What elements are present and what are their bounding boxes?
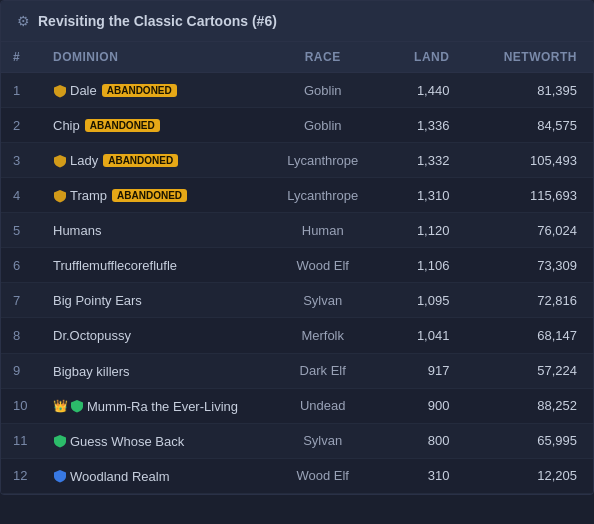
col-race: Race xyxy=(261,42,384,73)
table-row[interactable]: 7Big Pointy EarsSylvan1,09572,816 xyxy=(1,283,593,318)
cell-dominion[interactable]: Big Pointy Ears xyxy=(41,283,261,318)
cell-networth: 84,575 xyxy=(461,108,593,143)
cell-race: Lycanthrope xyxy=(261,143,384,178)
rankings-table: # Dominion Race Land Networth 1DaleAband… xyxy=(1,42,593,494)
cell-dominion[interactable]: LadyAbandoned xyxy=(41,143,261,178)
shield-icon xyxy=(70,398,87,413)
table-row[interactable]: 9Bigbay killersDark Elf91757,224 xyxy=(1,353,593,388)
dominion-name: Chip xyxy=(53,118,80,133)
col-rank: # xyxy=(1,42,41,73)
dominion-name: Dale xyxy=(70,83,97,98)
shield-icon xyxy=(53,433,70,448)
cell-land: 900 xyxy=(384,388,461,423)
cell-land: 1,106 xyxy=(384,248,461,283)
cell-dominion[interactable]: Dr.Octopussy xyxy=(41,318,261,353)
col-dominion: Dominion xyxy=(41,42,261,73)
col-land: Land xyxy=(384,42,461,73)
cell-race: Dark Elf xyxy=(261,353,384,388)
panel-header: ⚙ Revisiting the Classic Cartoons (#6) xyxy=(1,1,593,42)
cell-networth: 88,252 xyxy=(461,388,593,423)
cell-rank: 4 xyxy=(1,178,41,213)
cell-networth: 12,205 xyxy=(461,458,593,493)
col-networth: Networth xyxy=(461,42,593,73)
cell-dominion[interactable]: Humans xyxy=(41,213,261,248)
abandoned-badge: Abandoned xyxy=(112,189,187,202)
abandoned-badge: Abandoned xyxy=(85,119,160,132)
cell-rank: 9 xyxy=(1,353,41,388)
table-row[interactable]: 10👑Mumm-Ra the Ever-LivingUndead90088,25… xyxy=(1,388,593,423)
cell-land: 1,310 xyxy=(384,178,461,213)
cell-rank: 10 xyxy=(1,388,41,423)
cell-race: Wood Elf xyxy=(261,458,384,493)
cell-networth: 76,024 xyxy=(461,213,593,248)
cell-race: Goblin xyxy=(261,108,384,143)
crown-icon: 👑 xyxy=(53,399,68,413)
dominion-name: Tramp xyxy=(70,188,107,203)
cell-land: 917 xyxy=(384,353,461,388)
cell-land: 1,336 xyxy=(384,108,461,143)
table-row[interactable]: 12Woodland RealmWood Elf31012,205 xyxy=(1,458,593,493)
dominion-name: Humans xyxy=(53,223,101,238)
cell-networth: 105,493 xyxy=(461,143,593,178)
cell-race: Goblin xyxy=(261,73,384,108)
table-row[interactable]: 2ChipAbandonedGoblin1,33684,575 xyxy=(1,108,593,143)
cell-networth: 57,224 xyxy=(461,353,593,388)
panel-title: Revisiting the Classic Cartoons (#6) xyxy=(38,13,277,29)
table-row[interactable]: 5HumansHuman1,12076,024 xyxy=(1,213,593,248)
dominion-name: Woodland Realm xyxy=(70,469,169,484)
dominion-name: Dr.Octopussy xyxy=(53,329,131,344)
dominion-name: Big Pointy Ears xyxy=(53,293,142,308)
gear-icon: ⚙ xyxy=(17,13,30,29)
cell-race: Lycanthrope xyxy=(261,178,384,213)
cell-race: Sylvan xyxy=(261,423,384,458)
table-row[interactable]: 6TrufflemufflecoreflufleWood Elf1,10673,… xyxy=(1,248,593,283)
cell-dominion[interactable]: Trufflemufflecoreflufle xyxy=(41,248,261,283)
cell-rank: 11 xyxy=(1,423,41,458)
cell-race: Human xyxy=(261,213,384,248)
table-row[interactable]: 8Dr.OctopussyMerfolk1,04168,147 xyxy=(1,318,593,353)
cell-land: 1,332 xyxy=(384,143,461,178)
cell-networth: 115,693 xyxy=(461,178,593,213)
shield-icon xyxy=(53,82,70,97)
dominion-name: Mumm-Ra the Ever-Living xyxy=(87,399,238,414)
cell-land: 1,440 xyxy=(384,73,461,108)
dominion-name: Lady xyxy=(70,153,98,168)
cell-land: 1,095 xyxy=(384,283,461,318)
cell-dominion[interactable]: Guess Whose Back xyxy=(41,423,261,458)
cell-land: 800 xyxy=(384,423,461,458)
shield-icon xyxy=(53,187,70,202)
cell-land: 1,041 xyxy=(384,318,461,353)
cell-rank: 5 xyxy=(1,213,41,248)
abandoned-badge: Abandoned xyxy=(102,84,177,97)
cell-networth: 68,147 xyxy=(461,318,593,353)
cell-networth: 65,995 xyxy=(461,423,593,458)
table-row[interactable]: 4TrampAbandonedLycanthrope1,310115,693 xyxy=(1,178,593,213)
table-row[interactable]: 1DaleAbandonedGoblin1,44081,395 xyxy=(1,73,593,108)
shield-icon xyxy=(53,152,70,167)
shield-icon xyxy=(53,468,70,483)
cell-rank: 8 xyxy=(1,318,41,353)
cell-dominion[interactable]: TrampAbandoned xyxy=(41,178,261,213)
cell-rank: 1 xyxy=(1,73,41,108)
dominion-name: Guess Whose Back xyxy=(70,434,184,449)
abandoned-badge: Abandoned xyxy=(103,154,178,167)
cell-rank: 12 xyxy=(1,458,41,493)
cell-rank: 2 xyxy=(1,108,41,143)
cell-dominion[interactable]: Woodland Realm xyxy=(41,458,261,493)
cell-dominion[interactable]: DaleAbandoned xyxy=(41,73,261,108)
cell-networth: 81,395 xyxy=(461,73,593,108)
cell-race: Merfolk xyxy=(261,318,384,353)
cell-race: Wood Elf xyxy=(261,248,384,283)
cell-rank: 7 xyxy=(1,283,41,318)
cell-rank: 3 xyxy=(1,143,41,178)
table-row[interactable]: 11Guess Whose BackSylvan80065,995 xyxy=(1,423,593,458)
cell-dominion[interactable]: Bigbay killers xyxy=(41,353,261,388)
table-row[interactable]: 3LadyAbandonedLycanthrope1,332105,493 xyxy=(1,143,593,178)
dominion-name: Bigbay killers xyxy=(53,364,130,379)
dominion-name: Trufflemufflecoreflufle xyxy=(53,258,177,273)
cell-dominion[interactable]: ChipAbandoned xyxy=(41,108,261,143)
cell-race: Undead xyxy=(261,388,384,423)
cell-dominion[interactable]: 👑Mumm-Ra the Ever-Living xyxy=(41,388,261,423)
cell-land: 310 xyxy=(384,458,461,493)
cell-land: 1,120 xyxy=(384,213,461,248)
